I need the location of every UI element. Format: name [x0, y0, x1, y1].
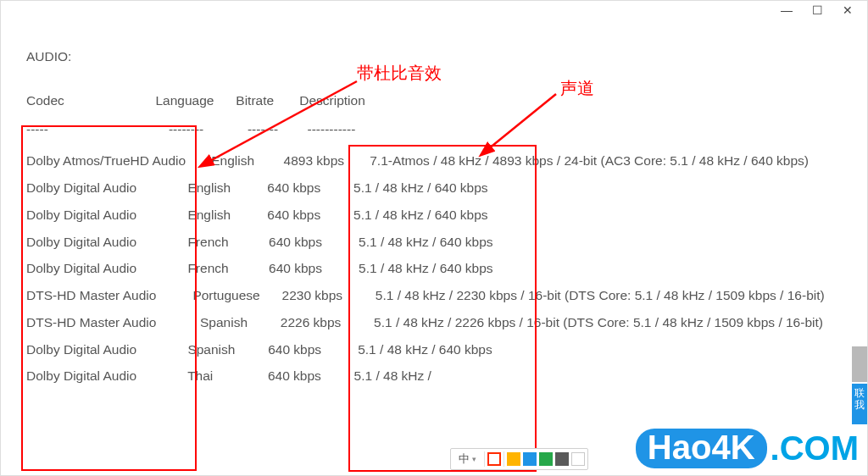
audio-info-block: AUDIO: Codec Language Bitrate Descriptio…	[26, 43, 859, 390]
watermark-logo: Hao4K.COM	[636, 429, 859, 468]
audio-row: Dolby Digital Audio French 640 kbps 5.1 …	[26, 255, 859, 282]
audio-row: Dolby Digital Audio English 640 kbps 5.1…	[26, 202, 859, 229]
ime-mode[interactable]: 中 ▾	[453, 451, 481, 468]
minimize-icon[interactable]: —	[781, 3, 793, 17]
ime-toolbar[interactable]: 中 ▾	[450, 448, 588, 470]
color-swatch-blue[interactable]	[523, 452, 537, 466]
audio-row: DTS-HD Master Audio Spanish 2226 kbps 5.…	[26, 309, 859, 336]
contact-tab[interactable]: 联我	[852, 384, 867, 424]
audio-row: Dolby Digital Audio French 640 kbps 5.1 …	[26, 229, 859, 256]
close-icon[interactable]: ✕	[842, 3, 854, 17]
color-swatch-green[interactable]	[539, 452, 553, 466]
header-codec: Codec	[26, 93, 64, 108]
header-description: Description	[299, 93, 365, 108]
color-swatch-dark[interactable]	[555, 452, 569, 466]
audio-row: DTS-HD Master Audio Portuguese 2230 kbps…	[26, 282, 859, 309]
audio-row: Dolby Digital Audio English 640 kbps 5.1…	[26, 174, 859, 202]
ime-shape-tool[interactable]	[487, 452, 501, 466]
window-titlebar: — ☐ ✕	[1, 1, 867, 19]
audio-row: Dolby Digital Audio Thai 640 kbps 5.1 / …	[26, 363, 859, 390]
column-headers: Codec Language Bitrate Description	[26, 87, 859, 114]
header-bitrate: Bitrate	[236, 93, 274, 108]
color-swatch-white[interactable]	[571, 452, 585, 466]
chevron-down-icon: ▾	[472, 455, 476, 463]
section-title: AUDIO:	[26, 43, 859, 70]
header-language: Language	[155, 93, 214, 108]
scrollbar-thumb[interactable]	[852, 346, 867, 382]
audio-track-list: Dolby Atmos/TrueHD Audio English 4893 kb…	[26, 147, 859, 390]
color-swatch-orange[interactable]	[507, 452, 520, 466]
header-underline: ----- -------- ------- -----------	[26, 116, 859, 143]
audio-row: Dolby Atmos/TrueHD Audio English 4893 kb…	[26, 147, 859, 174]
audio-row: Dolby Digital Audio Spanish 640 kbps 5.1…	[26, 336, 859, 363]
maximize-icon[interactable]: ☐	[811, 3, 823, 17]
